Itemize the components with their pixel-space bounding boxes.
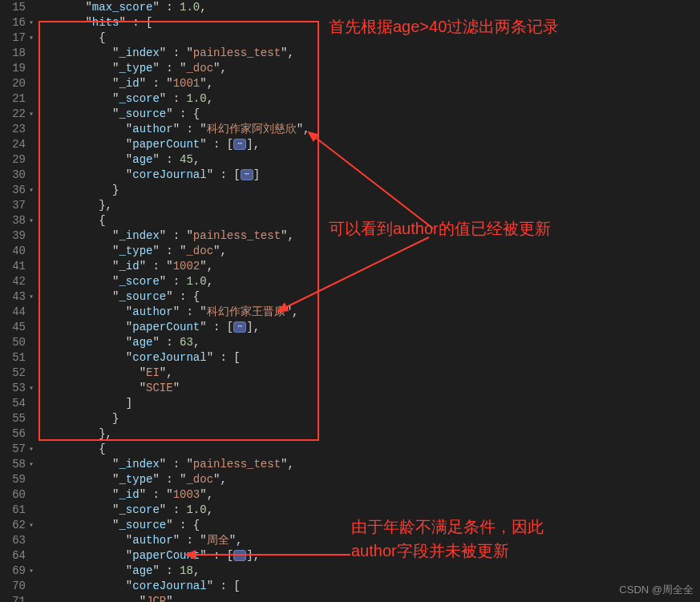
- line-number: 44: [3, 305, 26, 320]
- line-number: 52: [3, 366, 26, 381]
- code-line: "_id" : "1003",: [45, 487, 700, 503]
- line-number: 40: [3, 244, 26, 259]
- code-line: "_index" : "painless_test",: [45, 457, 700, 472]
- code-line: "_source" : {: [45, 518, 700, 533]
- code-line: "_score" : 1.0,: [45, 274, 700, 289]
- code-line: "author" : "周全",: [45, 533, 700, 548]
- code-line: "paperCount" : [⋯],: [45, 320, 700, 335]
- collapsed-badge[interactable]: ⋯: [233, 139, 246, 150]
- line-gutter: 1516▾17▾1819202122▾2324293036▾3738▾39404…: [0, 0, 32, 602]
- code-line: "JCR",: [45, 594, 700, 602]
- fold-icon[interactable]: ▾: [29, 30, 34, 46]
- code-line: "coreJournal" : [: [45, 579, 700, 594]
- line-number: 62▾: [3, 518, 26, 533]
- code-line: "author" : "科幻作家王晋康",: [45, 305, 700, 320]
- line-number: 19: [3, 61, 26, 76]
- code-line: "_id" : "1001",: [45, 76, 700, 91]
- code-line: },: [45, 426, 700, 442]
- line-number: 70: [3, 579, 26, 594]
- line-number: 61: [3, 503, 26, 518]
- line-number: 50: [3, 335, 26, 350]
- line-number: 17▾: [3, 30, 26, 46]
- line-number: 56: [3, 426, 26, 442]
- collapsed-badge[interactable]: ⋯: [233, 550, 246, 561]
- line-number: 29: [3, 152, 26, 168]
- line-number: 36▾: [3, 183, 26, 198]
- code-line: "_index" : "painless_test",: [45, 46, 700, 61]
- code-line: "_source" : {: [45, 289, 700, 305]
- code-line: }: [45, 183, 700, 198]
- line-number: 43▾: [3, 289, 26, 305]
- code-line: "EI",: [45, 366, 700, 381]
- line-number: 39: [3, 228, 26, 244]
- code-line: "max_score" : 1.0,: [45, 0, 700, 15]
- code-line: "SCIE": [45, 381, 700, 396]
- fold-icon[interactable]: ▾: [29, 15, 34, 30]
- code-line: "coreJournal" : [⋯]: [45, 168, 700, 183]
- code-line: "hits" : [: [45, 15, 700, 30]
- watermark: CSDN @周全全: [619, 583, 694, 597]
- code-line: }: [45, 411, 700, 426]
- code-area[interactable]: "max_score" : 1.0, "hits" : [ { "_index"…: [32, 0, 700, 602]
- code-line: {: [45, 213, 700, 228]
- code-line: "paperCount" : [⋯],: [45, 137, 700, 152]
- code-line: },: [45, 198, 700, 213]
- line-number: 38▾: [3, 213, 26, 228]
- fold-icon[interactable]: ▾: [29, 381, 34, 396]
- code-line: "author" : "科幻作家阿刘慈欣",: [45, 122, 700, 137]
- line-number: 23: [3, 122, 26, 137]
- fold-icon[interactable]: ▾: [29, 107, 34, 122]
- line-number: 59: [3, 472, 26, 487]
- code-editor: 1516▾17▾1819202122▾2324293036▾3738▾39404…: [0, 0, 700, 602]
- line-number: 42: [3, 274, 26, 289]
- line-number: 45: [3, 320, 26, 335]
- line-number: 18: [3, 46, 26, 61]
- code-line: ]: [45, 396, 700, 411]
- collapsed-badge[interactable]: ⋯: [233, 321, 246, 333]
- fold-icon[interactable]: ▾: [29, 442, 34, 457]
- line-number: 71: [3, 594, 26, 602]
- code-line: "age" : 45,: [45, 152, 700, 168]
- code-line: "_score" : 1.0,: [45, 91, 700, 107]
- line-number: 20: [3, 76, 26, 91]
- code-line: {: [45, 442, 700, 457]
- line-number: 21: [3, 91, 26, 107]
- line-number: 69▾: [3, 564, 26, 579]
- fold-icon[interactable]: ▾: [29, 183, 34, 198]
- code-line: "_source" : {: [45, 107, 700, 122]
- line-number: 54: [3, 396, 26, 411]
- line-number: 51: [3, 350, 26, 366]
- code-line: "age" : 63,: [45, 335, 700, 350]
- line-number: 15: [3, 0, 26, 15]
- line-number: 37: [3, 198, 26, 213]
- fold-icon[interactable]: ▾: [29, 457, 34, 472]
- line-number: 41: [3, 259, 26, 274]
- line-number: 24: [3, 137, 26, 152]
- line-number: 30: [3, 168, 26, 183]
- line-number: 57▾: [3, 442, 26, 457]
- code-line: "_type" : "_doc",: [45, 472, 700, 487]
- code-line: "_type" : "_doc",: [45, 244, 700, 259]
- line-number: 58▾: [3, 457, 26, 472]
- line-number: 55: [3, 411, 26, 426]
- line-number: 53▾: [3, 381, 26, 396]
- line-number: 16▾: [3, 15, 26, 30]
- line-number: 64: [3, 548, 26, 564]
- code-line: {: [45, 30, 700, 46]
- line-number: 22▾: [3, 107, 26, 122]
- fold-icon[interactable]: ▾: [29, 289, 34, 305]
- code-line: "paperCount" : [⋯],: [45, 548, 700, 564]
- code-line: "coreJournal" : [: [45, 350, 700, 366]
- code-line: "_type" : "_doc",: [45, 61, 700, 76]
- collapsed-badge[interactable]: ⋯: [241, 169, 253, 180]
- fold-icon[interactable]: ▾: [29, 564, 34, 579]
- line-number: 63: [3, 533, 26, 548]
- code-line: "_index" : "painless_test",: [45, 228, 700, 244]
- code-line: "_id" : "1002",: [45, 259, 700, 274]
- fold-icon[interactable]: ▾: [29, 213, 34, 228]
- fold-icon[interactable]: ▾: [29, 518, 34, 533]
- code-line: "age" : 18,: [45, 564, 700, 579]
- code-line: "_score" : 1.0,: [45, 503, 700, 518]
- line-number: 60: [3, 487, 26, 503]
